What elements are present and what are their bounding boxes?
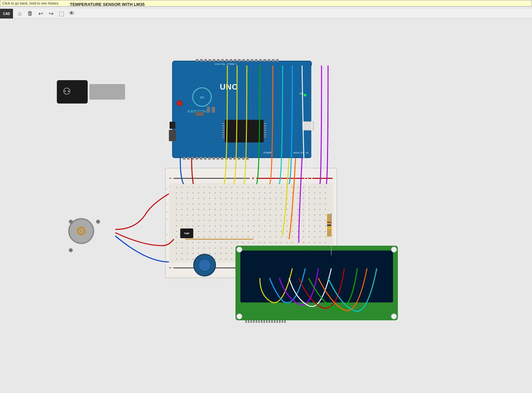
lcd-display xyxy=(235,246,398,320)
wire-purple-1 xyxy=(320,66,322,184)
arduino-logo-symbol: ∞ xyxy=(200,93,204,101)
lcd-screen xyxy=(240,251,393,302)
delete-button[interactable]: 🗑 xyxy=(26,9,34,18)
pin-header-bottom xyxy=(183,157,185,160)
usb-body xyxy=(89,84,125,100)
page-title: TEMPERATURE SENSOR WITH LM35 xyxy=(70,2,145,7)
home-button[interactable]: ⌂ xyxy=(16,9,24,18)
arduino-uno-label: UNO xyxy=(220,82,238,92)
potentiometer-knob xyxy=(198,259,211,272)
arduino-crystal xyxy=(195,112,204,116)
motor-dot-3 xyxy=(69,248,73,252)
usb-icon: ⚇ xyxy=(63,86,71,97)
undo-button[interactable]: ↩ xyxy=(36,9,45,18)
wire-blue-1 xyxy=(115,236,169,262)
toolbar: ⌂ 🗑 ↩ ↪ ⬚ 👁 xyxy=(13,9,532,18)
usb-connector: ⚇ xyxy=(57,79,128,106)
motor-gear-icon: ⚙ xyxy=(76,224,87,238)
chip-pins-left xyxy=(222,123,225,138)
lcd-corner-bl xyxy=(236,313,242,319)
potentiometer-body xyxy=(193,254,216,276)
dc-motor: ⚙ xyxy=(68,218,101,254)
arduino-usb-port xyxy=(169,130,176,141)
power-rail-top: − + xyxy=(166,175,336,181)
arduino-on-label: ON xyxy=(299,92,303,95)
chip-pins-right xyxy=(264,123,266,138)
arduino-icsp-connector xyxy=(302,121,314,130)
digital-pin-label: DIGITAL (PWM~) xyxy=(215,63,237,65)
wire-red-1 xyxy=(115,194,169,229)
arduino-power-jack xyxy=(170,122,175,129)
analog-pin-label: ANALOG IN xyxy=(293,149,309,155)
resistor xyxy=(327,214,332,237)
arduino-board: DIGITAL (PWM~) UNO ARDUINO ∞ ON xyxy=(172,61,312,158)
canvas-area: ⚇ xyxy=(0,18,532,393)
arduino-capacitor-1 xyxy=(207,107,210,113)
lcd-pins xyxy=(245,320,286,323)
cad-logo: CAD xyxy=(0,9,13,18)
tooltip-text: Click to go back, hold to see history xyxy=(2,1,58,5)
tmp-sensor: TMP xyxy=(180,228,193,238)
arduino-mcu-chip xyxy=(225,120,264,142)
negative-rail-top xyxy=(173,178,250,179)
eye-button[interactable]: 👁 xyxy=(68,9,76,18)
wire-purple-2 xyxy=(326,66,328,184)
potentiometer xyxy=(193,254,216,276)
lcd-corner-tr xyxy=(391,247,397,252)
arduino-pcb: DIGITAL (PWM~) UNO ARDUINO ∞ ON xyxy=(172,61,312,158)
arduino-capacitor-2 xyxy=(212,107,215,113)
power-pin-label: POWER xyxy=(264,149,272,155)
resistor-band-2 xyxy=(327,225,332,226)
redo-button[interactable]: ↪ xyxy=(47,9,55,18)
arduino-reset-button[interactable] xyxy=(177,100,183,106)
usb-plug-body: ⚇ xyxy=(57,80,88,104)
positive-rail-top xyxy=(256,178,333,179)
motor-dot-2 xyxy=(96,220,100,224)
arduino-logo: ∞ xyxy=(192,87,212,107)
resistor-band-3 xyxy=(327,227,332,229)
breadboard-row-labels: a b c d e f g h i j xyxy=(166,185,167,261)
lcd-corner-tl xyxy=(236,247,242,252)
lcd-outer-case xyxy=(235,246,398,320)
resistor-band-1 xyxy=(327,222,332,223)
pin-header-top xyxy=(196,59,198,62)
motor-dot-1 xyxy=(69,220,73,224)
arduino-power-led xyxy=(304,94,306,96)
copy-button[interactable]: ⬚ xyxy=(57,9,66,18)
lcd-corner-br xyxy=(391,313,397,319)
